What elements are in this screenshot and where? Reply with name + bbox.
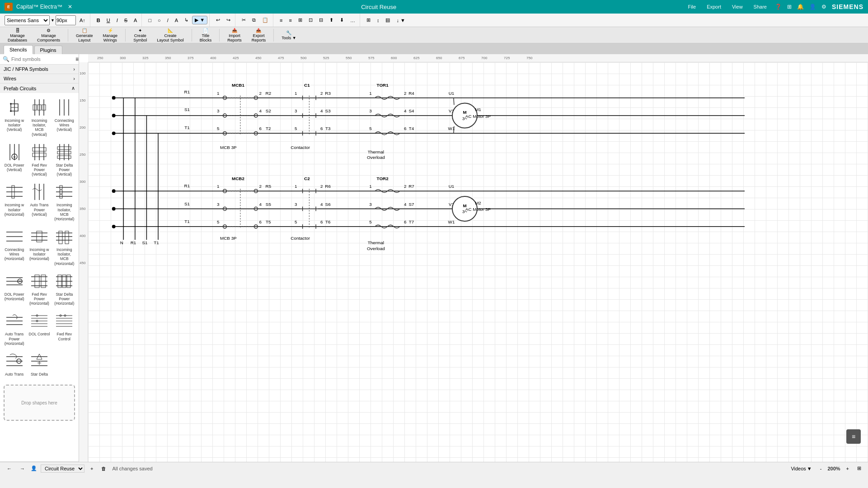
- title-blocks-button[interactable]: 📄 TitleBlocks: [196, 28, 216, 42]
- svg-text:4: 4: [259, 108, 262, 113]
- create-symbol-button[interactable]: ✦ CreateSymbol: [129, 28, 151, 42]
- stencil-dol-vertical[interactable]: M DOL Power (Vertical): [3, 140, 26, 179]
- stencil-stardelta2[interactable]: Star Delta: [28, 349, 51, 378]
- font-family-select[interactable]: Siemens Sans: [5, 15, 50, 25]
- menu-file[interactable]: File: [685, 3, 699, 11]
- redo-button[interactable]: ↪: [224, 16, 233, 24]
- fit-zoom-button[interactable]: ⊞: [855, 465, 863, 472]
- help-icon[interactable]: ❓: [775, 4, 782, 10]
- create-layout-symbol-button[interactable]: 📐 CreateLayout Symbol: [153, 28, 188, 42]
- search-input[interactable]: [11, 56, 74, 62]
- generate-layout-button[interactable]: 📋 GenerateLayout: [72, 28, 97, 42]
- search-menu-icon[interactable]: ≡: [75, 56, 79, 62]
- rectangle-button[interactable]: □: [145, 16, 154, 24]
- stencil-fwdrev-vertical[interactable]: Fwd Rev Power (Vertical): [28, 140, 51, 179]
- stencil-dol-h[interactable]: M DOL Power (Horizontal): [3, 270, 26, 308]
- distribute-button[interactable]: ⊞: [296, 16, 305, 24]
- ungroup-button[interactable]: ⊟: [316, 16, 326, 24]
- layout-icon[interactable]: ⊞: [787, 4, 792, 10]
- align-left-button[interactable]: ≡: [277, 16, 285, 24]
- canvas-area[interactable]: 250 300 325 350 375 400 425 450 475 500 …: [79, 54, 868, 462]
- copy-button[interactable]: ⧉: [249, 16, 258, 24]
- fit-button[interactable]: ⊞: [364, 16, 373, 24]
- prev-page-button[interactable]: ←: [5, 465, 14, 472]
- menu-export[interactable]: Export: [704, 3, 724, 11]
- prefab-circuits-header[interactable]: Prefab Circuits ∧: [0, 84, 79, 93]
- page-select[interactable]: Circuit Reuse: [41, 465, 84, 473]
- font-size-up-icon[interactable]: A↑: [77, 16, 88, 24]
- line-button[interactable]: /: [164, 16, 171, 24]
- user-icon[interactable]: 👤: [809, 4, 816, 10]
- stencil-incoming-mcb-h[interactable]: Incoming Isolator, MCB (Horizontal): [53, 180, 76, 223]
- group-button[interactable]: ⊡: [306, 16, 315, 24]
- stencil-autotrans-vertical[interactable]: Auto Trans Power (Vertical): [28, 180, 51, 223]
- select-button[interactable]: ▶ ▼: [192, 16, 207, 24]
- stencil-incoming-h1[interactable]: Incoming w Isolator (Horizontal): [3, 180, 26, 223]
- stencil-stardelta-vertical[interactable]: Star Delta Power (Vertical): [53, 140, 76, 179]
- svg-point-101: [112, 96, 116, 100]
- delete-page-button[interactable]: 🗑: [99, 465, 108, 472]
- stencil-label-incoming-vertical: Incoming w Isolator (Vertical): [4, 118, 25, 132]
- text-button[interactable]: A: [172, 16, 181, 24]
- export-reports-button[interactable]: 📤 ExportReports: [248, 28, 270, 42]
- grid-button[interactable]: ▤: [383, 16, 393, 24]
- bring-front-button[interactable]: ⬆: [327, 16, 336, 24]
- font-size-input[interactable]: [56, 15, 76, 25]
- stencil-connecting-vertical[interactable]: Connecting Wires (Vertical): [53, 96, 76, 139]
- font-group: Siemens Sans ▼ A↑: [3, 14, 90, 27]
- stencil-incoming-isolator-h[interactable]: Incoming w Isolator (Horizontal): [28, 225, 51, 268]
- stencil-fwdrev-h[interactable]: Fwd Rev Power (Horizontal): [28, 270, 51, 308]
- title-close-btn[interactable]: ✕: [68, 4, 72, 10]
- tab-stencils[interactable]: Stencils: [4, 45, 33, 54]
- paste-button[interactable]: 📋: [259, 16, 271, 24]
- menu-share[interactable]: Share: [751, 3, 769, 11]
- undo-button[interactable]: ↩: [213, 16, 223, 24]
- text-color-button[interactable]: A: [131, 16, 140, 24]
- bold-button[interactable]: B: [94, 16, 103, 24]
- manage-databases-button[interactable]: 🗄 ManageDatabases: [4, 28, 31, 42]
- connector-button[interactable]: ↳: [182, 16, 191, 24]
- stencil-incoming-mcb-vertical[interactable]: Incoming Isolator, MCB (Vertical): [28, 96, 51, 139]
- float-menu-button[interactable]: ≡: [846, 429, 861, 444]
- videos-button[interactable]: Videos ▼: [788, 465, 814, 472]
- more2-button[interactable]: ↓ ▼: [394, 16, 408, 24]
- stencil-autotrans-h[interactable]: Auto Trans Power (Horizontal): [3, 309, 26, 348]
- tools-button[interactable]: 🔧 Tools ▼: [277, 28, 300, 42]
- import-reports-button[interactable]: 📥 ImportReports: [223, 28, 246, 42]
- ellipse-button[interactable]: ○: [155, 16, 164, 24]
- stencil-incoming-isolator-mcb-h2[interactable]: Incoming Isolator, MCB (Horizontal): [53, 225, 76, 268]
- settings-icon[interactable]: ⚙: [821, 4, 826, 10]
- jic-nfpa-header[interactable]: JIC / NFPA Symbols ›: [0, 65, 79, 74]
- svg-text:1: 1: [217, 91, 219, 96]
- stencil-stardelta-h[interactable]: Star Delta Power (Horizontal): [53, 270, 76, 308]
- tab-plugins[interactable]: Plugins: [34, 46, 62, 54]
- manage-components-button[interactable]: ⚙ ManageComponents: [33, 28, 64, 42]
- italic-button[interactable]: I: [114, 16, 121, 24]
- add-page-button[interactable]: +: [88, 465, 95, 472]
- notifications-icon[interactable]: 🔔: [797, 4, 804, 10]
- send-back-button[interactable]: ⬇: [337, 16, 347, 24]
- strikethrough-button[interactable]: S: [122, 16, 130, 24]
- stencil-connecting-h[interactable]: Connecting Wires (Horizontal): [3, 225, 26, 268]
- jic-nfpa-label: JIC / NFPA Symbols: [4, 66, 48, 72]
- stencil-dol-control[interactable]: DOL Control: [28, 309, 51, 348]
- wires-header[interactable]: Wires ›: [0, 74, 79, 83]
- zoom-button[interactable]: ↕: [374, 16, 382, 24]
- stencil-autotrans2[interactable]: Auto Trans: [3, 349, 26, 378]
- stencil-label-incoming-isolator-h: Incoming w Isolator (Horizontal): [28, 247, 50, 261]
- drop-zone[interactable]: Drop shapes here: [4, 385, 75, 421]
- underline-button[interactable]: U: [104, 16, 113, 24]
- next-page-button[interactable]: →: [18, 465, 27, 472]
- stencil-label-dol-h: DOL Power (Horizontal): [4, 292, 25, 301]
- manage-wirings-button[interactable]: ⚡ ManageWirings: [99, 28, 122, 42]
- svg-text:1: 1: [295, 184, 297, 189]
- zoom-out-button[interactable]: -: [818, 465, 824, 472]
- zoom-in-button[interactable]: +: [844, 465, 851, 472]
- canvas-content[interactable]: N R1 S1 T1 R1 S1 T1 MCB1 1 2 3 4: [88, 62, 868, 462]
- menu-view[interactable]: View: [729, 3, 746, 11]
- cut-button[interactable]: ✂: [239, 16, 249, 24]
- align-center-button[interactable]: ≡: [286, 16, 295, 24]
- more-button[interactable]: …: [347, 16, 358, 24]
- stencil-incoming-vertical[interactable]: Incoming w Isolator (Vertical): [3, 96, 26, 139]
- stencil-fwdrev-control[interactable]: Fwd Rev Control: [53, 309, 76, 348]
